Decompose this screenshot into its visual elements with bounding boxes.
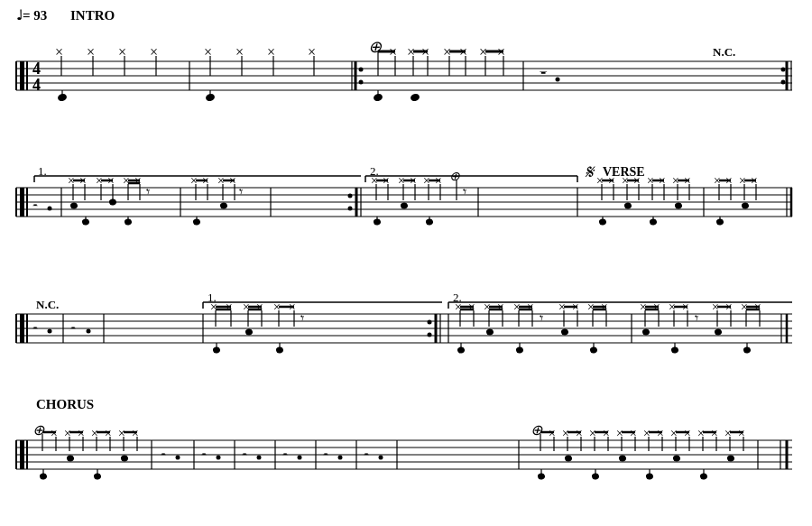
svg-point-356 xyxy=(257,456,262,460)
svg-text:1.: 1. xyxy=(38,164,47,178)
svg-text:×: × xyxy=(50,427,58,440)
svg-text:×: × xyxy=(266,44,276,60)
svg-rect-321 xyxy=(26,440,28,469)
svg-text:×: × xyxy=(724,427,732,440)
svg-text:×: × xyxy=(54,44,64,60)
svg-point-65 xyxy=(556,78,560,82)
svg-text:×: × xyxy=(710,427,718,440)
svg-text:×: × xyxy=(548,427,556,440)
svg-text:×: × xyxy=(656,427,664,440)
svg-point-17 xyxy=(781,68,786,72)
nc-label-row3: N.C. xyxy=(36,298,59,311)
svg-text:×: × xyxy=(642,427,651,440)
svg-point-210 xyxy=(48,329,52,334)
svg-text:×: × xyxy=(86,44,96,60)
svg-rect-8 xyxy=(26,61,28,90)
svg-point-213 xyxy=(87,329,91,334)
svg-text:⊕: ⊕ xyxy=(32,422,45,438)
svg-text:×: × xyxy=(683,427,691,440)
svg-point-353 xyxy=(217,456,221,460)
svg-text:×: × xyxy=(629,427,637,440)
svg-text:×: × xyxy=(104,427,112,440)
svg-rect-7 xyxy=(20,61,24,90)
svg-rect-201 xyxy=(20,314,24,343)
svg-text:×: × xyxy=(149,44,159,60)
svg-point-15 xyxy=(359,80,364,85)
svg-point-83 xyxy=(48,207,52,211)
nc-label-row1: N.C. xyxy=(713,45,735,59)
svg-text:×: × xyxy=(669,427,678,440)
svg-point-241 xyxy=(428,320,432,325)
svg-text:×: × xyxy=(307,44,317,60)
svg-point-112 xyxy=(348,207,353,211)
svg-rect-320 xyxy=(20,440,24,469)
svg-text:×: × xyxy=(90,427,98,440)
svg-point-14 xyxy=(359,68,364,72)
svg-text:×: × xyxy=(235,44,245,60)
svg-text:×: × xyxy=(561,427,569,440)
svg-point-18 xyxy=(781,80,786,85)
svg-text:×: × xyxy=(575,427,583,440)
svg-point-365 xyxy=(379,456,383,460)
svg-text:×: × xyxy=(117,427,125,440)
svg-rect-72 xyxy=(20,188,24,217)
svg-text:×: × xyxy=(615,427,623,440)
intro-label: INTRO xyxy=(70,8,115,23)
svg-text:×: × xyxy=(131,427,139,440)
svg-point-242 xyxy=(428,333,432,337)
chorus-label: CHORUS xyxy=(36,397,94,411)
svg-text:×: × xyxy=(737,427,745,440)
svg-text:×: × xyxy=(697,427,705,440)
svg-text:×: × xyxy=(602,427,610,440)
svg-rect-202 xyxy=(26,314,28,343)
svg-point-359 xyxy=(298,456,302,460)
tempo-marking: ♩= 93 xyxy=(16,8,47,23)
svg-text:×: × xyxy=(203,44,213,60)
sheet-music-container: ♩= 93 INTRO 4 4 N.C. xyxy=(0,0,812,526)
svg-point-362 xyxy=(338,456,343,460)
svg-text:×: × xyxy=(63,427,71,440)
svg-rect-73 xyxy=(26,188,28,217)
svg-text:4: 4 xyxy=(32,60,41,78)
svg-text:×: × xyxy=(77,427,85,440)
svg-text:⊕: ⊕ xyxy=(531,422,543,438)
svg-text:⊕: ⊕ xyxy=(368,38,383,56)
svg-point-111 xyxy=(348,194,353,198)
svg-text:4: 4 xyxy=(32,76,41,94)
svg-text:⊕: ⊕ xyxy=(449,170,460,183)
svg-text:×: × xyxy=(117,44,127,60)
svg-text:×: × xyxy=(588,427,596,440)
svg-point-350 xyxy=(176,456,180,460)
